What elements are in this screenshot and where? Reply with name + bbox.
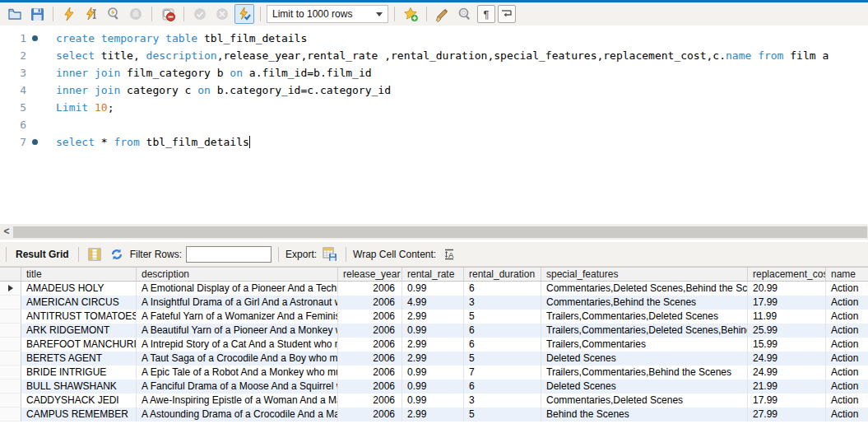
grid-cell[interactable]: 2006 xyxy=(338,338,402,352)
grid-cell[interactable]: Action xyxy=(826,408,868,422)
grid-cell[interactable]: 5 xyxy=(464,352,541,366)
grid-cell[interactable]: 0.99 xyxy=(402,394,464,408)
grid-cell[interactable]: 2.99 xyxy=(402,338,464,352)
grid-cell[interactable]: Action xyxy=(826,310,868,324)
grid-cell[interactable]: Action xyxy=(826,366,868,380)
refresh-icon[interactable] xyxy=(108,245,126,263)
grid-cell[interactable]: BRIDE INTRIGUE xyxy=(21,366,137,380)
invisible-characters-icon[interactable]: ¶ xyxy=(477,5,495,23)
grid-cell[interactable]: BAREFOOT MANCHURIAN xyxy=(21,338,137,352)
scroll-left-icon[interactable]: < xyxy=(0,224,13,240)
table-row[interactable]: ARK RIDGEMONTA Beautiful Yarn of a Pione… xyxy=(0,324,868,338)
code-line[interactable]: 7select * from tbl_film_details xyxy=(0,133,868,151)
column-header-rental_duration[interactable]: rental_duration xyxy=(464,268,541,281)
wrap-cell-content-icon[interactable]: A xyxy=(440,245,458,263)
grid-cell[interactable]: Trailers,Commentaries,Deleted Scenes,Beh… xyxy=(541,324,748,338)
grid-cell[interactable]: 3 xyxy=(464,394,541,408)
row-selector[interactable] xyxy=(0,352,21,366)
grid-cell[interactable]: AMADEUS HOLY xyxy=(21,282,137,296)
code-line[interactable]: 6 xyxy=(0,116,868,133)
grid-cell[interactable]: ANTITRUST TOMATOES xyxy=(21,310,137,324)
beautify-icon[interactable] xyxy=(433,4,453,24)
table-row[interactable]: BERETS AGENTA Taut Saga of a Crocodile A… xyxy=(0,352,868,366)
grid-cell[interactable]: 20.99 xyxy=(748,282,826,296)
grid-cell[interactable]: A Epic Tale of a Robot And a Monkey who … xyxy=(137,366,338,380)
grid-cell[interactable]: ARK RIDGEMONT xyxy=(21,324,137,338)
grid-cell[interactable]: 25.99 xyxy=(748,324,826,338)
grid-cell[interactable]: Action xyxy=(826,324,868,338)
open-file-icon[interactable] xyxy=(5,4,25,24)
grid-cell[interactable]: 5 xyxy=(464,408,541,422)
grid-cell[interactable]: 24.99 xyxy=(748,352,826,366)
table-row[interactable]: CAMPUS REMEMBERA Astounding Drama of a C… xyxy=(0,408,868,422)
table-row[interactable]: ANTITRUST TOMATOESA Fateful Yarn of a Wo… xyxy=(0,310,868,324)
column-header-release_year[interactable]: release_year xyxy=(338,268,402,281)
grid-cell[interactable]: Action xyxy=(826,380,868,394)
grid-cell[interactable]: Deleted Scenes xyxy=(541,380,748,394)
grid-cell[interactable]: Commentaries,Deleted Scenes xyxy=(541,394,748,408)
column-header-replacement_cost[interactable]: replacement_cost xyxy=(748,268,826,281)
grid-cell[interactable]: 17.99 xyxy=(748,296,826,310)
sql-editor[interactable]: 1create temporary table tbl_film_details… xyxy=(0,26,868,224)
grid-cell[interactable]: 6 xyxy=(464,338,541,352)
grid-cell[interactable]: CAMPUS REMEMBER xyxy=(21,408,137,422)
grid-cell[interactable]: A Astounding Drama of a Crocodile And a … xyxy=(137,408,338,422)
grid-cell[interactable]: 15.99 xyxy=(748,338,826,352)
table-row[interactable]: AMERICAN CIRCUSA Insightful Drama of a G… xyxy=(0,296,868,310)
grid-cell[interactable]: Action xyxy=(826,352,868,366)
table-row[interactable]: AMADEUS HOLYA Emotional Display of a Pio… xyxy=(0,282,868,296)
grid-cell[interactable]: 2.99 xyxy=(402,352,464,366)
row-selector[interactable] xyxy=(0,366,21,380)
column-header-description[interactable]: description xyxy=(137,268,338,281)
grid-cell[interactable]: Trailers,Commentaries,Deleted Scenes xyxy=(541,310,748,324)
row-selector[interactable] xyxy=(0,296,21,310)
grid-cell[interactable]: AMERICAN CIRCUS xyxy=(21,296,137,310)
grid-cell[interactable]: A Fanciful Drama of a Moose And a Squirr… xyxy=(137,380,338,394)
result-grid-icon[interactable] xyxy=(86,245,104,263)
grid-cell[interactable]: Commentaries,Behind the Scenes xyxy=(541,296,748,310)
grid-cell[interactable]: Behind the Scenes xyxy=(541,408,748,422)
table-row[interactable]: BAREFOOT MANCHURIANA Intrepid Story of a… xyxy=(0,338,868,352)
column-header-title[interactable]: title xyxy=(21,268,137,281)
toggle-stop-on-error-icon[interactable] xyxy=(158,4,178,24)
column-header-name[interactable]: name xyxy=(826,268,868,281)
code-line[interactable]: 5Limit 10; xyxy=(0,99,868,116)
table-row[interactable]: BULL SHAWSHANKA Fanciful Drama of a Moos… xyxy=(0,380,868,394)
limit-rows-dropdown[interactable]: Limit to 1000 rows xyxy=(267,5,388,23)
grid-cell[interactable]: 2006 xyxy=(338,296,402,310)
grid-cell[interactable]: 2006 xyxy=(338,310,402,324)
row-selector[interactable] xyxy=(0,310,21,324)
grid-cell[interactable]: 2006 xyxy=(338,352,402,366)
row-selector[interactable] xyxy=(0,380,21,394)
grid-cell[interactable]: 6 xyxy=(464,380,541,394)
grid-cell[interactable]: Action xyxy=(826,338,868,352)
editor-hscrollbar[interactable]: < xyxy=(0,224,868,240)
grid-cell[interactable]: 24.99 xyxy=(748,366,826,380)
grid-cell[interactable]: 3 xyxy=(464,296,541,310)
grid-cell[interactable]: Trailers,Commentaries xyxy=(541,338,748,352)
grid-cell[interactable]: 2006 xyxy=(338,380,402,394)
grid-cell[interactable]: 2006 xyxy=(338,282,402,296)
export-recordset-icon[interactable] xyxy=(321,245,339,263)
filter-rows-input[interactable] xyxy=(186,246,272,263)
explain-plan-icon[interactable] xyxy=(104,4,123,24)
grid-cell[interactable]: 7 xyxy=(464,366,541,380)
wrap-text-icon[interactable] xyxy=(498,5,516,23)
grid-cell[interactable]: 4.99 xyxy=(402,296,464,310)
save-icon[interactable] xyxy=(27,4,47,24)
grid-cell[interactable]: 27.99 xyxy=(748,408,826,422)
code-line[interactable]: 2select title, description,release_year,… xyxy=(0,47,868,64)
scrollbar-thumb[interactable] xyxy=(13,226,867,238)
find-icon[interactable] xyxy=(455,4,475,24)
grid-cell[interactable]: 17.99 xyxy=(748,394,826,408)
grid-cell[interactable]: 2006 xyxy=(338,324,402,338)
row-selector[interactable] xyxy=(0,408,21,422)
code-line[interactable]: 1create temporary table tbl_film_details xyxy=(0,30,868,47)
grid-cell[interactable]: 5 xyxy=(464,310,541,324)
grid-cell[interactable]: 2006 xyxy=(338,408,402,422)
column-header-rental_rate[interactable]: rental_rate xyxy=(402,268,464,281)
grid-cell[interactable]: A Beautiful Yarn of a Pioneer And a Monk… xyxy=(137,324,338,338)
grid-cell[interactable]: 0.99 xyxy=(402,366,464,380)
grid-cell[interactable]: 0.99 xyxy=(402,380,464,394)
grid-cell[interactable]: Action xyxy=(826,282,868,296)
